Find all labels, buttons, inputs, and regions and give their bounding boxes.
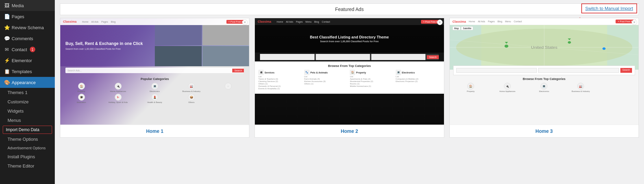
elementor-icon: ⚡ xyxy=(4,58,10,63)
home2-categories-title: Browse From Top Categories xyxy=(258,64,440,68)
home3-logo: Classima xyxy=(453,20,466,23)
home1-categories: Popular Categories 🏠Property 🔌Home Appli… xyxy=(60,74,249,107)
home1-categories-title: Popular Categories xyxy=(64,77,246,81)
sidebar-sub-widgets[interactable]: Widgets xyxy=(0,106,55,116)
sidebar-item-label: Pages xyxy=(12,14,24,19)
sub-item-label: Advertisement Options xyxy=(8,146,46,150)
demo-card-home3-title: Home 3 xyxy=(450,125,639,137)
sidebar-sub-theme-editor[interactable]: Theme Editor xyxy=(0,161,55,171)
templates-icon: 📋 xyxy=(4,69,10,74)
home1-logo: Classima xyxy=(63,20,77,23)
main-content: Switch to Manual Import ↗ Featured Ads C… xyxy=(55,0,644,184)
home2-nav: Classima HomeAll AdsPagesMenuBlogContact… xyxy=(255,18,444,25)
home1-hero: Buy, Sell, Rent & Exchange in one Click … xyxy=(60,25,249,66)
home2-search-btn: Search xyxy=(427,55,438,59)
featured-ads-label: Featured Ads xyxy=(335,7,363,12)
sub-item-label: Themes xyxy=(8,90,24,95)
sidebar-item-appearance[interactable]: 🎨 Appearance xyxy=(0,77,55,88)
home2-hero: Best Classified Listing and Directory Th… xyxy=(255,25,444,53)
sidebar: 🖼 Media 📄 Pages ⭐ Review Schema 💬 Commen… xyxy=(0,0,55,184)
sidebar-item-media[interactable]: 🖼 Media xyxy=(0,0,55,11)
demo-card-home2-preview: Classima HomeAll AdsPagesMenuBlogContact… xyxy=(255,18,444,125)
home1-nav-links: HomeAll AdsPagesBlog xyxy=(82,21,224,23)
sub-item-label: Menus xyxy=(8,118,21,123)
home2-logo: Classima xyxy=(258,20,271,23)
featured-ads-bar: Featured Ads xyxy=(60,3,639,15)
pages-icon: 📄 xyxy=(4,14,10,19)
sidebar-item-pages[interactable]: 📄 Pages xyxy=(0,11,55,22)
sub-item-label: Theme Options xyxy=(8,137,38,142)
home2-close-btn[interactable]: ✕ xyxy=(437,20,443,25)
svg-point-7 xyxy=(505,45,508,48)
home2-hero-sub: Search from over 1,00,000 Classified Pos… xyxy=(320,40,379,43)
home3-nav: Classima HomeAll AdsPagesBlogMenuContact… xyxy=(450,18,639,25)
sub-item-label: Install Plugins xyxy=(8,154,35,159)
demo-card-home3[interactable]: Classima HomeAll AdsPagesBlogMenuContact… xyxy=(449,18,639,138)
sidebar-item-elementor[interactable]: ⚡ Elementor xyxy=(0,55,55,66)
sub-item-label: Import Demo Data xyxy=(6,127,39,132)
sidebar-item-label: Contact xyxy=(12,47,27,52)
contact-icon: ✉ xyxy=(4,47,10,52)
sub-item-label: Widgets xyxy=(8,108,24,114)
demo-card-home2[interactable]: Classima HomeAll AdsPagesMenuBlogContact… xyxy=(255,18,444,138)
sidebar-sub-import-demo[interactable]: Import Demo Data xyxy=(3,126,52,134)
sub-item-label: Theme Editor xyxy=(8,163,34,169)
svg-point-11 xyxy=(602,47,605,50)
home1-search-btn: Search xyxy=(232,69,244,72)
home2-categories: Browse From Top Categories 🛠Services Lis… xyxy=(255,61,444,94)
home1-search: Search Ads... Search xyxy=(65,68,244,73)
sidebar-item-label: Review Schema xyxy=(12,25,44,30)
sidebar-sub-advertisement[interactable]: Advertisement Options xyxy=(0,144,55,152)
comments-icon: 💬 xyxy=(4,36,10,41)
sidebar-item-label: Comments xyxy=(12,36,33,41)
home1-nav: Classima HomeAll AdsPagesBlog + Post Fre… xyxy=(60,18,249,25)
sidebar-item-contact[interactable]: ✉ Contact 1 xyxy=(0,44,55,55)
demo-cards-container: Classima HomeAll AdsPagesBlog + Post Fre… xyxy=(55,18,644,138)
sub-item-label: Customize xyxy=(8,99,28,104)
map-svg: United States xyxy=(450,25,639,70)
home3-categories: Browse From Top Categories 🏠Property 🔌Ho… xyxy=(450,75,639,96)
demo-card-home1-title: Home 1 xyxy=(60,125,249,137)
sidebar-item-label: Media xyxy=(12,3,24,8)
home3-search: Search xyxy=(453,66,635,75)
demo-card-home1[interactable]: Classima HomeAll AdsPagesBlog + Post Fre… xyxy=(60,18,249,138)
sidebar-sub-customize[interactable]: Customize xyxy=(0,97,55,106)
demo-card-home2-title: Home 2 xyxy=(255,125,444,137)
demo-card-home3-preview: Classima HomeAll AdsPagesBlogMenuContact… xyxy=(450,18,639,125)
demo-card-home1-preview: Classima HomeAll AdsPagesBlog + Post Fre… xyxy=(60,18,249,125)
home3-map: United States Map Satellite xyxy=(450,25,639,70)
sidebar-sub-themes[interactable]: Themes 1 xyxy=(0,88,55,97)
sidebar-item-label: Elementor xyxy=(12,58,32,63)
appearance-icon: 🎨 xyxy=(4,80,10,85)
home2-nav-links: HomeAll AdsPagesMenuBlogContact xyxy=(277,21,418,23)
switch-manual-import-button[interactable]: Switch to Manual Import xyxy=(581,3,637,13)
home2-search: Search xyxy=(260,54,438,60)
home3-search-btn: Search xyxy=(620,68,632,73)
media-icon: 🖼 xyxy=(4,3,10,8)
home3-categories-title: Browse From Top Categories xyxy=(453,77,635,81)
svg-text:United States: United States xyxy=(531,46,557,49)
home3-nav-links: HomeAll AdsPagesBlogMenuContact xyxy=(469,20,616,23)
sidebar-sub-install-plugins[interactable]: Install Plugins xyxy=(0,152,55,161)
sidebar-item-label: Appearance xyxy=(12,80,36,85)
sidebar-item-comments[interactable]: 💬 Comments xyxy=(0,33,55,44)
home3-close-btn[interactable]: ✕ xyxy=(632,20,637,25)
themes-badge: 1 xyxy=(25,90,27,95)
sidebar-item-templates[interactable]: 📋 Templates xyxy=(0,66,55,77)
sidebar-item-review-schema[interactable]: ⭐ Review Schema xyxy=(0,22,55,33)
svg-point-9 xyxy=(568,41,571,44)
sidebar-sub-menus[interactable]: Menus xyxy=(0,116,55,125)
review-schema-icon: ⭐ xyxy=(4,25,10,30)
contact-badge: 1 xyxy=(30,47,35,52)
sidebar-sub-theme-options[interactable]: Theme Options xyxy=(0,135,55,144)
sidebar-item-label: Templates xyxy=(12,69,32,74)
home1-hero-images xyxy=(155,25,249,66)
